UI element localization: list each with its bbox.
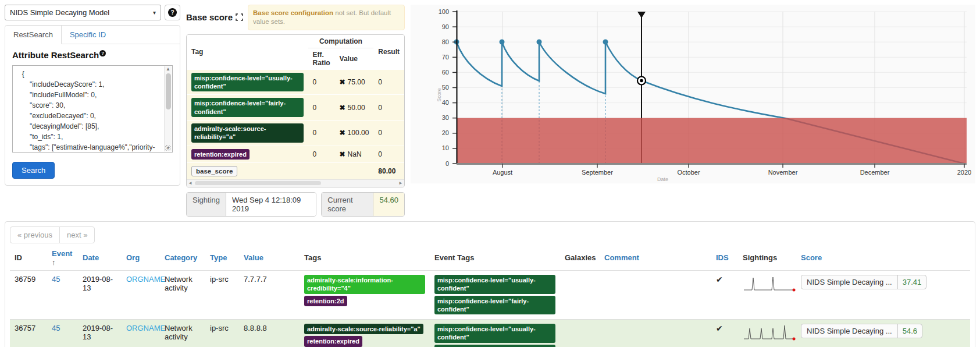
org-link[interactable]: ORGNAME xyxy=(126,275,165,284)
col-category[interactable]: Category xyxy=(160,246,205,271)
score-button[interactable]: NIDS Simple Decaying ... 54.6 xyxy=(801,324,922,338)
col-header-eff-ratio: Eff. Ratio xyxy=(308,48,335,69)
attr-value: 8.8.8.8 xyxy=(239,320,300,347)
attr-tags: admiralty-scale:information-credibility=… xyxy=(300,270,430,319)
svg-text:100: 100 xyxy=(439,8,449,15)
col-sightings: Sightings xyxy=(738,246,796,271)
attr-id: 36757 xyxy=(10,320,47,347)
base-score-total-row: base_score 80.00 xyxy=(187,162,404,179)
tag-chip[interactable]: misp:confidence-level="usually-confident… xyxy=(434,324,555,343)
score-button[interactable]: NIDS Simple Decaying ... 37.41 xyxy=(801,275,926,289)
restsearch-query-textarea[interactable]: { "includeDecayScore": 1, "includeFullMo… xyxy=(12,65,173,153)
attr-comment xyxy=(600,320,711,347)
scrollbar-thumb[interactable] xyxy=(166,73,171,109)
decaying-model-select-value: NIDS Simple Decaying Model xyxy=(10,8,109,17)
tag-chip[interactable]: retention:2d xyxy=(304,296,347,306)
col-id: ID xyxy=(10,246,47,271)
tag-chip[interactable]: retention:expired xyxy=(191,149,250,160)
tag-chip[interactable]: admiralty-scale:source-reliability="a" xyxy=(191,123,304,143)
chevron-down-icon: ▾ xyxy=(153,9,156,16)
computation-value: ✖50.00 xyxy=(335,95,374,121)
decay-chart[interactable]: 10090 8070 6050 4030 2010 0 AugustSeptem… xyxy=(411,5,975,183)
tag-chip[interactable]: misp:confidence-level="fairly-confident" xyxy=(191,98,304,117)
col-org[interactable]: Org xyxy=(122,246,160,271)
score-value: 54.6 xyxy=(898,324,922,338)
attr-type: ip-src xyxy=(205,270,239,319)
attr-date: 2019-08-13 xyxy=(78,270,122,319)
svg-text:70: 70 xyxy=(442,54,449,61)
multiply-icon: ✖ xyxy=(340,150,345,158)
attr-date: 2019-08-13 xyxy=(78,320,122,347)
search-button[interactable]: Search xyxy=(12,162,55,179)
svg-text:60: 60 xyxy=(442,69,449,76)
computation-value: ✖NaN xyxy=(335,146,374,162)
x-axis-label: Date xyxy=(657,176,668,182)
base-score-alert: Base score configuration not set. But de… xyxy=(248,5,405,30)
decay-chart-panel: 10090 8070 6050 4030 2010 0 AugustSeptem… xyxy=(411,5,975,183)
col-ids[interactable]: IDS xyxy=(711,246,738,271)
col-score[interactable]: Score xyxy=(796,246,970,271)
event-link[interactable]: 45 xyxy=(52,275,60,284)
restsearch-query-text[interactable]: { "includeDecayScore": 1, "includeFullMo… xyxy=(13,66,172,152)
org-link[interactable]: ORGNAME xyxy=(126,324,165,332)
attr-id: 36759 xyxy=(10,270,47,319)
next-page-button[interactable]: next » xyxy=(59,226,95,243)
svg-text:0: 0 xyxy=(446,160,449,167)
base-score-panel: Base score Base score configuration not … xyxy=(186,5,405,217)
col-event[interactable]: Event ↑ xyxy=(47,246,78,271)
tag-chip[interactable]: misp:confidence-level="fairly-confident" xyxy=(434,296,555,315)
horizontal-scrollbar[interactable]: ◄ ► xyxy=(187,179,404,187)
tag-chip[interactable]: retention:expired xyxy=(304,336,362,346)
col-comment[interactable]: Comment xyxy=(600,246,711,271)
latest-sighting-dot xyxy=(793,338,796,341)
restsearch-heading: Attribute RestSearch? xyxy=(12,50,173,60)
scroll-left-icon[interactable]: ◄ xyxy=(188,180,193,186)
base-score-row: admiralty-scale:source-reliability="a" 0… xyxy=(187,121,404,146)
svg-text:December: December xyxy=(860,169,890,176)
attr-sightings xyxy=(738,270,796,319)
textarea-scrollbar[interactable]: ▲ ▼ xyxy=(164,66,172,151)
base-score-row: retention:expired 0 ✖NaN 0 xyxy=(187,146,404,162)
computation-value: ✖75.00 xyxy=(335,69,374,95)
attr-event-tags: misp:confidence-level="usually-confident… xyxy=(430,270,560,319)
attr-galaxies xyxy=(560,270,600,319)
tag-chip[interactable]: admiralty-scale:source-reliability="a" xyxy=(304,324,423,334)
base-score-chip[interactable]: base_score xyxy=(191,166,237,176)
model-panel: NIDS Simple Decaying Model ▾ ? RestSearc… xyxy=(5,5,180,186)
event-link[interactable]: 45 xyxy=(52,324,60,332)
tag-chip[interactable]: misp:confidence-level="usually-confident… xyxy=(191,73,304,92)
tag-chip[interactable]: admiralty-scale:information-credibility=… xyxy=(304,275,425,294)
svg-text:80: 80 xyxy=(442,38,449,45)
result-value: 0 xyxy=(373,121,404,146)
tab-specific-id[interactable]: Specific ID xyxy=(62,26,114,44)
check-icon: ✔ xyxy=(716,275,723,284)
search-tabs-panel: RestSearch Specific ID Attribute RestSea… xyxy=(5,25,180,186)
col-tags: Tags xyxy=(300,246,430,271)
question-circle-icon[interactable]: ? xyxy=(99,50,106,56)
tag-chip[interactable]: misp:confidence-level="fairly-confident" xyxy=(434,345,555,347)
expand-icon[interactable] xyxy=(236,13,243,21)
scroll-up-icon[interactable]: ▲ xyxy=(166,66,170,72)
attr-category: Network activity xyxy=(160,270,205,319)
resize-grip-icon[interactable] xyxy=(165,145,171,151)
attr-sightings xyxy=(738,320,796,347)
scrollbar-thumb[interactable] xyxy=(195,181,321,185)
help-button[interactable]: ? xyxy=(165,5,180,20)
multiply-icon: ✖ xyxy=(340,129,345,137)
eff-ratio-value: 0 xyxy=(308,121,335,146)
col-header-tag: Tag xyxy=(187,35,308,70)
svg-text:2020: 2020 xyxy=(957,169,971,176)
col-date[interactable]: Date xyxy=(78,246,122,271)
tag-chip[interactable]: misp:confidence-level="usually-confident… xyxy=(434,275,555,294)
attr-type: ip-src xyxy=(205,320,239,347)
current-score-marker[interactable] xyxy=(637,77,646,85)
tab-restsearch[interactable]: RestSearch xyxy=(5,26,62,44)
decaying-model-select[interactable]: NIDS Simple Decaying Model ▾ xyxy=(5,5,161,20)
col-value[interactable]: Value xyxy=(239,246,300,271)
attr-comment xyxy=(600,270,711,319)
attributes-table: ID Event ↑ Date Org Category Type Value … xyxy=(10,246,970,347)
col-header-computation: Computation xyxy=(308,35,374,48)
previous-page-button[interactable]: « previous xyxy=(10,226,60,243)
col-type[interactable]: Type xyxy=(205,246,239,271)
scroll-right-icon[interactable]: ► xyxy=(398,180,403,186)
